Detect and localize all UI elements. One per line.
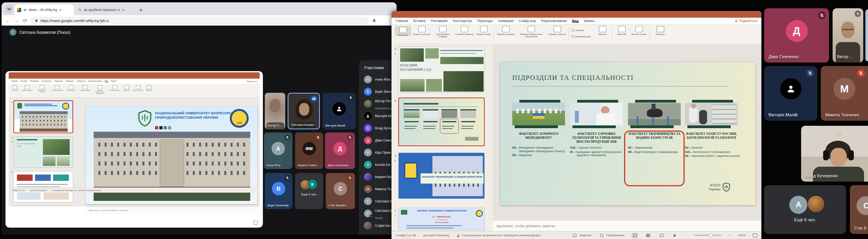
- normal-view-button[interactable]: Обычный: [395, 26, 411, 36]
- zoom-level[interactable]: 104%: [738, 233, 746, 237]
- participant-row[interactable]: ВВаря Залялова: [359, 85, 397, 97]
- tab-slideshow[interactable]: Слайд-шоу: [519, 19, 536, 23]
- macros-button[interactable]: Макросы: [652, 26, 669, 35]
- zoom-button[interactable]: Масштаб: [614, 26, 629, 35]
- fit-window-button[interactable]: Вписать в окно: [630, 26, 648, 35]
- person-icon: [786, 66, 796, 118]
- fit-slide-icon[interactable]: [753, 233, 757, 237]
- mini-ppt-tab: Запись: [111, 80, 117, 82]
- slide-master-button[interactable]: Образец слайдов: [496, 26, 515, 35]
- tab-retsenzirovanie[interactable]: Рецензирование: [541, 19, 567, 23]
- video-tile[interactable]: М Микита Ткаченко: [821, 66, 868, 121]
- tab-vid-active[interactable]: Вид: [572, 19, 579, 23]
- video-tile[interactable]: А Анна Філь: [264, 132, 292, 169]
- zoom-slider-thumb[interactable]: [709, 233, 713, 237]
- handout-master-button[interactable]: Образцы раздаточных материалов: [516, 26, 547, 38]
- tab-vstavka[interactable]: Вставка: [413, 19, 426, 23]
- participant-row[interactable]: Вікторія Малій: [359, 110, 397, 122]
- mini-thumb-4: [13, 206, 73, 206]
- browser-tab-search[interactable]: як зробити скріншот на пк - По ×: [76, 4, 135, 15]
- mini-thumb-1: [13, 100, 73, 133]
- guides-checkbox[interactable]: Направляющие: [572, 35, 591, 38]
- participant-row[interactable]: Софія Кач: [359, 219, 397, 232]
- browser-profile-badge[interactable]: A: [373, 18, 376, 23]
- tab-zapis[interactable]: Запись: [584, 19, 595, 23]
- video-tile-speaking[interactable]: Світлана Базиво...: [288, 93, 320, 129]
- slide-sorter-button[interactable]: Сортировщик слайдов: [432, 26, 454, 38]
- video-tile[interactable]: С Стас Базиво...: [326, 173, 355, 209]
- back-icon[interactable]: ←: [6, 18, 11, 24]
- thumbnail-slide-5-selected[interactable]: [398, 97, 485, 146]
- participant-row[interactable]: Мария Рак: [359, 171, 397, 183]
- thumbnail-slide-4[interactable]: ВЛАСНИЙ БОТАНІЧНИЙ САД: [398, 46, 485, 93]
- video-tile[interactable]: Вікторія Малій: [764, 66, 817, 121]
- notes-toggle-button[interactable]: Заметки: [595, 26, 610, 35]
- ppt-titlebar[interactable]: [392, 11, 761, 18]
- view-sorter-button[interactable]: [645, 233, 651, 238]
- reload-icon[interactable]: ⟳: [23, 18, 27, 24]
- comments-toggle[interactable]: Примечания: [598, 233, 624, 238]
- participant-row[interactable]: ККсенія Кні: [359, 158, 397, 171]
- notes-toggle[interactable]: Заметки: [571, 233, 591, 238]
- outline-view-button[interactable]: Режим структуры: [413, 26, 431, 35]
- zoom-slider[interactable]: [694, 235, 722, 236]
- tab-list-chevron-button[interactable]: [5, 5, 13, 13]
- reading-view-icon: [480, 26, 488, 32]
- notes-master-button[interactable]: Образец заметок: [547, 26, 567, 35]
- participant-row[interactable]: ДДіма Семченко: [359, 134, 397, 146]
- video-tile-partial[interactable]: С Стас Б: [850, 185, 868, 234]
- tab-konstruktor[interactable]: Конструктор: [453, 19, 472, 23]
- expand-icon[interactable]: [253, 221, 258, 225]
- participant-row[interactable]: ККіра Прим: [359, 146, 397, 158]
- participant-row[interactable]: Віктор ПетОрганизатор: [359, 97, 397, 110]
- avatar-photo: [807, 195, 825, 213]
- view-reading-button[interactable]: [658, 233, 665, 238]
- video-tile[interactable]: Вікторія Малій: [323, 93, 356, 129]
- zoom-out-button[interactable]: −: [685, 233, 687, 237]
- notes-page-icon: [461, 26, 468, 32]
- video-tile[interactable]: Віктор ...: [833, 8, 863, 63]
- mini-accessibility: Специальные возможности: проверьте реком…: [52, 189, 101, 191]
- slide-sorter-icon: [439, 26, 447, 32]
- video-tile-partial[interactable]: [865, 9, 868, 61]
- video-tile[interactable]: Влад Кучеренко: [801, 126, 868, 182]
- accessibility-check[interactable]: Специальные возможности: проверьте реком…: [456, 206, 541, 239]
- participant-row[interactable]: ССвітлана Б: [359, 195, 397, 207]
- video-tile[interactable]: Д Діма Семченко: [325, 132, 355, 169]
- faculty-photo: [512, 103, 565, 125]
- participants-panel: Участники ААнна Філь ВВаря Залялова Вікт…: [359, 60, 397, 235]
- language-indicator[interactable]: русский (Украина): [423, 233, 449, 237]
- overflow-tile[interactable]: К Ещё 5 чел.: [295, 173, 323, 209]
- checkbox-icon: [572, 35, 574, 38]
- forward-icon[interactable]: →: [14, 18, 19, 24]
- browser-tab-meet[interactable]: Meet – tfr-ehfq-trg ×: [14, 4, 74, 15]
- new-tab-button[interactable]: +: [137, 6, 145, 14]
- zoom-in-button[interactable]: +: [729, 233, 731, 237]
- reading-view-button[interactable]: Режим чтения: [475, 26, 492, 35]
- address-bar[interactable]: https://meet.google.com/tfr-ehfq-trg?pli…: [31, 17, 369, 24]
- slide-canvas[interactable]: ПІДРОЗДІЛИ ТА СПЕЦІАЛЬНОСТІ ФАКУЛЬТЕТ АГ…: [493, 44, 761, 220]
- slide-counter: Слайд 5 из 36: [395, 233, 416, 237]
- mic-off-icon: [855, 11, 861, 17]
- close-icon[interactable]: ×: [59, 8, 61, 12]
- video-tile[interactable]: Віктор П...: [265, 93, 285, 129]
- tab-glavnaya[interactable]: Главная: [395, 19, 408, 23]
- participant-row[interactable]: ССвітлана БПоказ: [359, 207, 397, 219]
- ruler-checkbox[interactable]: Линейка: [572, 29, 584, 31]
- tab-risovanie[interactable]: Рисование: [431, 19, 448, 23]
- tab-perekhody[interactable]: Переходы: [477, 19, 493, 23]
- view-normal-button[interactable]: [632, 233, 638, 238]
- participant-row[interactable]: ММикита Ткаченко: [359, 183, 397, 195]
- close-icon[interactable]: ×: [122, 8, 124, 12]
- thumbnail-slide-6[interactable]: ФАКУЛЬТЕТ ТВАРИННИЦТВА ТА ВОДНИХ БІОРЕСУ…: [398, 153, 485, 199]
- video-tile[interactable]: В Варя Залялова: [265, 173, 292, 209]
- video-tile[interactable]: ФМ Микита Ткаче...: [295, 132, 323, 169]
- tab-animatsiya[interactable]: Анимация: [498, 19, 513, 23]
- overflow-tile[interactable]: А Ещё 6 чел.: [764, 185, 846, 234]
- participant-row[interactable]: ВВлад Кучеренко: [359, 122, 397, 134]
- participant-row[interactable]: ААнна Філь: [359, 73, 397, 85]
- shared-screen-tile[interactable]: Главная Вставка Рисование Конструктор Пе…: [6, 71, 263, 228]
- video-tile[interactable]: Д Діма Семченко: [764, 8, 829, 63]
- notes-page-button[interactable]: Страница заметок: [454, 26, 474, 35]
- view-slideshow-button[interactable]: [672, 233, 678, 238]
